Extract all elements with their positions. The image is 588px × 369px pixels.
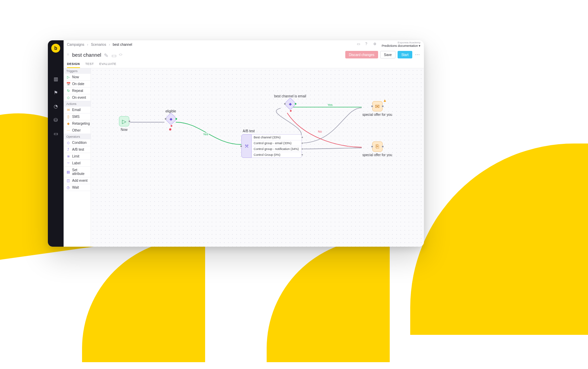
palette-item-email[interactable]: ✉Email <box>64 107 91 113</box>
palette-section: Triggers <box>64 68 91 74</box>
node-best-channel[interactable]: best channel is email ◆ <box>274 94 306 108</box>
node-label: special offer for you <box>362 113 392 117</box>
discard-button[interactable]: Discard changes <box>345 51 378 58</box>
node-notification[interactable]: ⎘ special offer for you <box>362 141 392 157</box>
analytics-icon[interactable]: ◔ <box>53 103 59 109</box>
node-label: special offer for you <box>362 153 392 157</box>
context-org: Exponea Academy <box>382 41 420 44</box>
abtest-variant[interactable]: Control Group (0%) <box>252 152 302 158</box>
clock-icon: ◷ <box>66 186 70 189</box>
abtest-variant[interactable]: Control group - email (33%) <box>252 140 302 146</box>
breadcrumb-item[interactable]: Campaigns <box>67 43 84 46</box>
input-port[interactable] <box>240 145 242 147</box>
node-email[interactable]: ✉ ▲ special offer for you <box>362 101 392 117</box>
tag-icon[interactable]: ⌔ <box>119 52 124 57</box>
breadcrumb: Campaigns Scenarios best channel <box>67 43 132 46</box>
palette-item-on-event[interactable]: ◇On event <box>64 94 91 101</box>
node-eligible[interactable]: eligible ◆ <box>165 109 176 123</box>
palette-item-condition[interactable]: ◇Condition <box>64 139 91 146</box>
help-icon[interactable]: ? <box>365 42 370 47</box>
palette-item-now[interactable]: ▷Now <box>64 74 91 81</box>
palette-item-add-event[interactable]: ◫Add event <box>64 177 91 184</box>
palette-item-sms[interactable]: ▯SMS <box>64 113 91 120</box>
palette-item-abtest[interactable]: ⤴A/B test <box>64 146 91 153</box>
tab-test[interactable]: TEST <box>85 62 94 68</box>
email-icon: ✉ ▲ <box>372 101 383 111</box>
limit-icon: ≋ <box>66 154 70 158</box>
output-port-no[interactable] <box>170 125 173 127</box>
chat-icon[interactable]: ▭ <box>357 42 362 47</box>
palette-item-other[interactable]: ⋯Other <box>64 127 91 134</box>
dashboard-icon[interactable]: ▥ <box>53 76 59 82</box>
node-label: Now <box>121 128 128 132</box>
palette-item-on-date[interactable]: 📅On date <box>64 81 91 87</box>
save-button[interactable]: Save <box>380 51 396 58</box>
drag-handle-icon[interactable]: ⠿ <box>67 53 69 56</box>
tab-evaluate[interactable]: EVALUATE <box>99 62 117 68</box>
settings-icon[interactable]: ⚙ <box>373 42 378 47</box>
flow-canvas[interactable]: ▷ Now eligible ◆ Yes <box>91 68 424 247</box>
split-icon: ⤲ <box>241 134 252 158</box>
data-icon[interactable]: ⛁ <box>53 117 59 123</box>
split-icon: ⤴ <box>66 148 70 151</box>
context-selector[interactable]: Exponea Academy Predictions documentatio… <box>382 41 420 48</box>
output-port[interactable] <box>301 142 303 144</box>
chevron-right-icon <box>86 43 89 46</box>
output-port-yes[interactable] <box>175 118 177 120</box>
output-port[interactable] <box>301 148 303 150</box>
output-port[interactable] <box>301 154 303 156</box>
decorative-shape <box>82 239 205 362</box>
brand-logo[interactable]: b <box>51 44 60 53</box>
chevron-down-icon: ▾ <box>419 44 420 47</box>
start-button[interactable]: Start <box>398 51 412 58</box>
output-port-no[interactable] <box>290 110 292 112</box>
input-port[interactable] <box>284 103 286 105</box>
edge-label-yes: Yes <box>327 103 333 107</box>
chevron-right-icon <box>108 43 110 46</box>
folder-icon[interactable]: ▭ <box>111 52 116 57</box>
palette-item-label[interactable]: ⌔Label <box>64 160 91 167</box>
edit-icon[interactable]: ✎ <box>104 52 109 57</box>
email-icon: ✉ <box>66 108 70 112</box>
more-icon: ⋯ <box>66 128 70 132</box>
sms-icon: ▯ <box>66 115 70 119</box>
output-port[interactable] <box>382 146 384 148</box>
main-area: Campaigns Scenarios best channel ▭ ? ⚙ E… <box>64 40 424 247</box>
abtest-variant[interactable]: Control group - notification (34%) <box>252 146 302 152</box>
node-abtest[interactable]: A/B test ⤲ Best channel (33%) Control gr… <box>241 129 302 158</box>
tab-design[interactable]: DESIGN <box>67 62 80 68</box>
warning-icon: ▲ <box>383 98 387 103</box>
palette-item-retargeting[interactable]: ◆Retargeting <box>64 120 91 127</box>
attribute-icon: ▤ <box>66 170 70 174</box>
input-port[interactable] <box>371 105 373 108</box>
topbar: Campaigns Scenarios best channel ▭ ? ⚙ E… <box>64 40 424 49</box>
condition-icon: ◇ <box>66 141 70 145</box>
palette-section: Actions <box>64 101 91 107</box>
more-icon[interactable]: ⋯ <box>414 52 420 57</box>
play-icon: ▷ <box>66 75 70 79</box>
edge-label-yes: Yes <box>202 133 209 136</box>
output-port[interactable] <box>128 120 131 123</box>
abtest-variant[interactable]: Best channel (33%) <box>252 135 302 140</box>
decorative-shape <box>410 144 588 335</box>
input-port[interactable] <box>371 146 373 148</box>
tabs: DESIGN TEST EVALUATE <box>64 61 424 68</box>
palette-item-repeat[interactable]: ↻Repeat <box>64 87 91 94</box>
workspace: Triggers ▷Now 📅On date ↻Repeat ◇On event… <box>64 68 424 247</box>
calendar-icon: 📅 <box>66 82 70 86</box>
folder-icon[interactable]: ▭ <box>53 131 59 137</box>
output-port-yes[interactable] <box>294 103 297 105</box>
abtest-variants: Best channel (33%) Control group - email… <box>252 134 302 158</box>
campaigns-icon[interactable]: ⚑ <box>53 90 59 96</box>
palette-item-limit[interactable]: ≋Limit <box>64 153 91 160</box>
input-port[interactable] <box>164 118 167 120</box>
palette-section: Operators <box>64 134 91 139</box>
output-port[interactable] <box>301 136 303 138</box>
breadcrumb-item[interactable]: Scenarios <box>91 43 106 46</box>
output-port[interactable] <box>382 105 384 108</box>
palette-item-wait[interactable]: ◷Wait <box>64 184 91 191</box>
node-now[interactable]: ▷ Now <box>119 116 129 132</box>
palette-item-set-attribute[interactable]: ▤Set attribute <box>64 167 91 177</box>
tag-icon: ⌔ <box>66 161 70 165</box>
page-title: best channel <box>72 52 101 58</box>
